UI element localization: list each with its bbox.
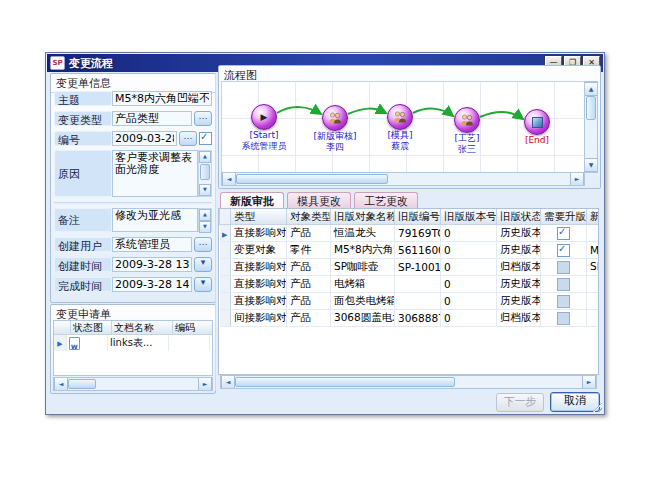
cell-old-code[interactable]: 79169TC [395, 225, 441, 242]
cancel-button[interactable]: 取消 [550, 392, 600, 412]
creator-input[interactable] [112, 237, 192, 252]
flow-canvas[interactable]: ▶ [Start] 系统管理员 [新版审核] 李四 [221, 81, 585, 173]
cell-new-name[interactable]: SP咖 [587, 259, 600, 276]
cell-old-name[interactable]: SP咖啡壶 [331, 259, 395, 276]
cell-type[interactable]: 直接影响对象 [231, 259, 287, 276]
main-table-hscrollbar[interactable]: ◄ ► [220, 375, 597, 389]
flow-node-end[interactable]: [End] [495, 109, 579, 146]
cell-old-ver[interactable]: 0 [441, 242, 497, 259]
scroll-down-icon[interactable]: ▼ [199, 184, 211, 196]
scroll-left-icon[interactable]: ◄ [222, 173, 236, 185]
cell-obj-type[interactable]: 零件 [287, 242, 331, 259]
cell-type[interactable]: 直接影响对象 [231, 276, 287, 293]
col-new-name[interactable]: 新版 [587, 209, 600, 225]
tab-craft-change[interactable]: 工艺更改 [354, 192, 418, 208]
tab-new-version-approval[interactable]: 新版审批 [220, 192, 284, 208]
cell-old-code[interactable]: 5611600 [395, 242, 441, 259]
upgrade-checkbox[interactable] [557, 244, 570, 257]
table-row[interactable]: 变更对象 零件 M5*8内六角凹... 5611600 0 历史版本 M5*8 [220, 242, 600, 259]
cell-old-code[interactable] [395, 293, 441, 310]
scroll-right-icon[interactable]: ► [582, 376, 596, 388]
cell-old-status[interactable]: 历史版本 [497, 242, 541, 259]
cell-old-ver[interactable]: 0 [441, 276, 497, 293]
table-row[interactable]: 直接影响对象 产品 面包类电烤箱 0 历史版本 [220, 293, 600, 310]
scroll-down-icon[interactable]: ▼ [199, 221, 211, 233]
cell-old-name[interactable]: 3068圆盖电水壶 [331, 310, 395, 327]
cell-old-name[interactable]: M5*8内六角凹... [331, 242, 395, 259]
reason-scrollbar[interactable]: ▲ ▼ [198, 150, 212, 197]
next-step-button[interactable]: 下一步 [496, 393, 544, 412]
upgrade-checkbox[interactable] [557, 295, 570, 308]
cell-old-status[interactable]: 历史版本 [497, 276, 541, 293]
finish-time-dropdown-icon[interactable]: ▾ [194, 277, 212, 292]
cell-old-ver[interactable]: 0 [441, 259, 497, 276]
create-time-dropdown-icon[interactable]: ▾ [194, 257, 212, 272]
table-row[interactable]: 直接影响对象 产品 电烤箱 0 历史版本 [220, 276, 600, 293]
cell-old-status[interactable]: 历史版本 [497, 293, 541, 310]
request-table-hscrollbar[interactable]: ◄ ► [53, 377, 213, 391]
cell-type[interactable]: 直接影响对象 [231, 225, 287, 242]
col-doc-name[interactable]: 文档名称 [112, 321, 173, 335]
creator-ellipsis-icon[interactable]: … [194, 237, 212, 252]
scroll-thumb[interactable] [68, 379, 96, 389]
number-ellipsis-icon[interactable]: … [179, 131, 197, 146]
upgrade-checkbox[interactable] [557, 227, 570, 240]
cell-type[interactable]: 直接影响对象 [231, 293, 287, 310]
subject-input[interactable] [112, 91, 212, 106]
panel-splitter[interactable] [215, 73, 217, 391]
cell-old-code[interactable]: 3068887 [395, 310, 441, 327]
scroll-up-icon[interactable]: ▲ [199, 209, 211, 221]
cell-old-name[interactable]: 恒温龙头 [331, 225, 395, 242]
flow-hscrollbar[interactable]: ◄ ► [221, 172, 585, 186]
cell-old-status[interactable]: 归档版本 [497, 259, 541, 276]
upgrade-checkbox[interactable] [557, 278, 570, 291]
scroll-left-icon[interactable]: ◄ [221, 376, 235, 388]
table-row[interactable]: 直接影响对象 产品 SP咖啡壶 SP-1001 0 归档版本 SP咖 [220, 259, 600, 276]
cell-new-name[interactable] [587, 225, 600, 242]
cell-new-name[interactable]: M5*8 [587, 242, 600, 259]
cell-old-ver[interactable]: 0 [441, 310, 497, 327]
remark-textarea[interactable]: 修改为亚光感 [112, 208, 198, 232]
col-old-code[interactable]: 旧版编号 [395, 209, 441, 225]
cell-new-name[interactable] [587, 293, 600, 310]
cell-obj-type[interactable]: 产品 [287, 310, 331, 327]
scroll-thumb[interactable] [235, 377, 455, 387]
number-input[interactable] [112, 131, 177, 146]
col-obj-type[interactable]: 对象类型 [287, 209, 331, 225]
col-old-ver[interactable]: 旧版版本号 [441, 209, 497, 225]
scroll-thumb[interactable] [200, 164, 210, 180]
cell-obj-type[interactable]: 产品 [287, 259, 331, 276]
table-row[interactable]: ▶ 直接影响对象 产品 恒温龙头 79169TC 0 历史版本 [220, 225, 600, 242]
cell-obj-type[interactable]: 产品 [287, 293, 331, 310]
cell-obj-type[interactable]: 产品 [287, 225, 331, 242]
cell-old-code[interactable]: SP-1001 [395, 259, 441, 276]
cell-old-name[interactable]: 面包类电烤箱 [331, 293, 395, 310]
tab-mold-change[interactable]: 模具更改 [287, 192, 351, 208]
cell-old-ver[interactable]: 0 [441, 225, 497, 242]
table-row[interactable]: 间接影响对象 产品 3068圆盖电水壶 3068887 0 归档版本 [220, 310, 600, 327]
request-table-row[interactable]: ▶ links表... 普通 [54, 335, 212, 351]
scroll-right-icon[interactable]: ► [570, 173, 584, 185]
cell-old-ver[interactable]: 0 [441, 293, 497, 310]
scroll-thumb[interactable] [236, 174, 388, 184]
code-cell[interactable] [169, 335, 210, 351]
change-type-ellipsis-icon[interactable]: … [194, 111, 212, 126]
cell-old-code[interactable] [395, 276, 441, 293]
scroll-right-icon[interactable]: ► [198, 378, 212, 390]
reason-textarea[interactable]: 客户要求调整表面光滑度 [112, 150, 198, 197]
scroll-up-icon[interactable]: ▲ [585, 82, 597, 96]
cell-new-name[interactable] [587, 276, 600, 293]
cell-old-status[interactable]: 归档版本 [497, 310, 541, 327]
col-upgrade[interactable]: 需要升版 [541, 209, 587, 225]
col-status-icon[interactable]: 状态图 [71, 321, 112, 335]
cell-type[interactable]: 间接影响对象 [231, 310, 287, 327]
scroll-down-icon[interactable]: ▼ [585, 158, 597, 172]
scroll-up-icon[interactable]: ▲ [199, 151, 211, 163]
number-checkbox[interactable] [199, 132, 212, 145]
cell-type[interactable]: 变更对象 [231, 242, 287, 259]
col-old-status[interactable]: 旧版状态 [497, 209, 541, 225]
col-code[interactable]: 编码 [173, 321, 213, 335]
change-type-input[interactable] [112, 111, 192, 126]
remark-scrollbar[interactable]: ▲ ▼ [198, 208, 212, 232]
doc-name-cell[interactable]: links表... [108, 335, 169, 351]
